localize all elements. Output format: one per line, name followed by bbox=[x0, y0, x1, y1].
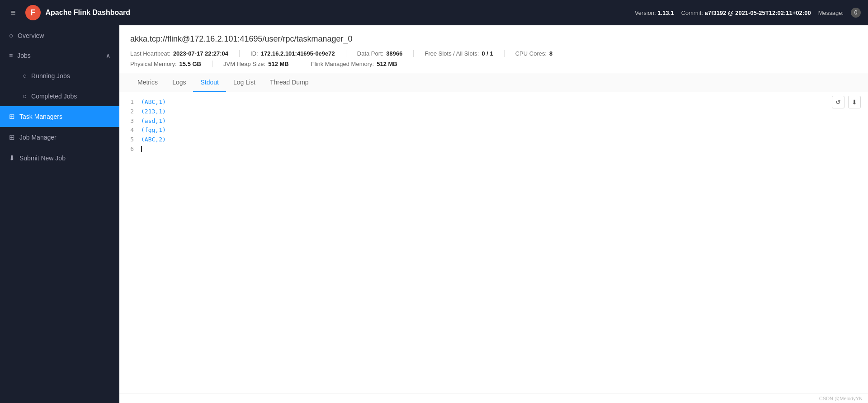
line-content: (fgg,1) bbox=[141, 126, 166, 135]
line-number: 6 bbox=[119, 145, 141, 154]
sidebar-item-label: Submit New Job bbox=[19, 155, 66, 162]
sidebar-sub-jobs: ○ Running Jobs ○ Completed Jobs bbox=[0, 66, 119, 106]
header-right: Version: 1.13.1 Commit: a7f3192 @ 2021-0… bbox=[635, 8, 861, 18]
text-cursor bbox=[141, 146, 142, 152]
task-managers-icon: ⊞ bbox=[9, 112, 15, 121]
flink-logo-icon: F bbox=[25, 5, 41, 21]
sidebar-item-label: Running Jobs bbox=[31, 72, 70, 80]
jobs-icon: ≡ bbox=[9, 52, 13, 59]
code-line: 2(213,1) bbox=[119, 107, 868, 117]
header-left: ≡ F Apache Flink Dashboard bbox=[7, 5, 130, 21]
free-slots-label: Free Slots / All Slots: bbox=[425, 50, 479, 57]
tab-metrics[interactable]: Metrics bbox=[130, 73, 165, 92]
physical-memory-label: Physical Memory: bbox=[130, 61, 177, 67]
data-port-value: 38966 bbox=[386, 50, 402, 57]
tab-thread-dump[interactable]: Thread Dump bbox=[263, 73, 316, 92]
sidebar-item-label: Job Manager bbox=[19, 134, 57, 141]
running-jobs-icon: ○ bbox=[23, 72, 27, 80]
flink-memory-info: Flink Managed Memory: 512 MB bbox=[311, 61, 408, 67]
line-number: 1 bbox=[119, 98, 141, 107]
code-line: 5(ABC,2) bbox=[119, 135, 868, 145]
footer-watermark: CSDN @MelodyYN bbox=[119, 394, 868, 403]
logo-area: F Apache Flink Dashboard bbox=[25, 5, 131, 21]
tab-logs[interactable]: Logs bbox=[165, 73, 193, 92]
code-area: 1(ABC,1)2(213,1)3(asd,1)4(fgg,1)5(ABC,2)… bbox=[119, 92, 868, 394]
line-number: 5 bbox=[119, 135, 141, 145]
jvm-heap-info: JVM Heap Size: 512 MB bbox=[223, 61, 300, 67]
completed-jobs-icon: ○ bbox=[23, 92, 27, 100]
submit-job-icon: ⬇ bbox=[9, 154, 15, 162]
jvm-heap-value: 512 MB bbox=[268, 61, 289, 67]
code-line: 3(asd,1) bbox=[119, 117, 868, 126]
code-line: 6 bbox=[119, 145, 868, 154]
line-number: 2 bbox=[119, 107, 141, 117]
stdout-toolbar: ↺ ⬇ bbox=[832, 96, 861, 108]
heartbeat-label: Last Heartbeat: bbox=[130, 50, 170, 57]
sidebar-item-completed-jobs[interactable]: ○ Completed Jobs bbox=[9, 86, 119, 106]
cpu-cores-value: 8 bbox=[549, 50, 552, 57]
heartbeat-info: Last Heartbeat: 2023-07-17 22:27:04 bbox=[130, 50, 240, 57]
content-area: akka.tcp://flink@172.16.2.101:41695/user… bbox=[119, 25, 868, 403]
sidebar-item-submit-new-job[interactable]: ⬇ Submit New Job bbox=[0, 148, 119, 169]
id-label: ID: bbox=[250, 50, 258, 57]
tab-log-list[interactable]: Log List bbox=[226, 73, 263, 92]
data-port-info: Data Port: 38966 bbox=[357, 50, 414, 57]
sidebar-section-jobs[interactable]: ≡ Jobs ∧ bbox=[0, 46, 119, 66]
sidebar-item-label: Completed Jobs bbox=[31, 93, 77, 100]
taskmanager-address: akka.tcp://flink@172.16.2.101:41695/user… bbox=[130, 34, 857, 44]
message-info: Message: bbox=[818, 9, 844, 16]
line-content: (ABC,2) bbox=[141, 135, 166, 145]
job-manager-icon: ⊞ bbox=[9, 133, 15, 141]
sidebar-item-overview[interactable]: ○ Overview bbox=[0, 25, 119, 46]
line-content: (asd,1) bbox=[141, 117, 166, 126]
stdout-area: ↺ ⬇ 1(ABC,1)2(213,1)3(asd,1)4(fgg,1)5(AB… bbox=[119, 92, 868, 394]
commit-info: Commit: a7f3192 @ 2021-05-25T12:02:11+02… bbox=[681, 9, 811, 16]
jobs-chevron-icon: ∧ bbox=[106, 52, 110, 59]
info-row-2: Physical Memory: 15.5 GB JVM Heap Size: … bbox=[130, 61, 857, 67]
physical-memory-info: Physical Memory: 15.5 GB bbox=[130, 61, 212, 67]
sidebar-item-label: Task Managers bbox=[19, 113, 62, 120]
cpu-cores-info: CPU Cores: 8 bbox=[515, 50, 564, 57]
page-header: akka.tcp://flink@172.16.2.101:41695/user… bbox=[119, 25, 868, 73]
info-row-1: Last Heartbeat: 2023-07-17 22:27:04 ID: … bbox=[130, 50, 857, 57]
hamburger-button[interactable]: ≡ bbox=[7, 6, 19, 19]
line-number: 3 bbox=[119, 117, 141, 126]
physical-memory-value: 15.5 GB bbox=[179, 61, 201, 67]
sidebar-item-job-manager[interactable]: ⊞ Job Manager bbox=[0, 127, 119, 148]
line-content: (213,1) bbox=[141, 107, 166, 117]
cpu-cores-label: CPU Cores: bbox=[515, 50, 547, 57]
svg-text:F: F bbox=[30, 8, 35, 17]
id-value: 172.16.2.101:41695-0e9e72 bbox=[261, 50, 335, 57]
main-layout: ○ Overview ≡ Jobs ∧ ○ Running Jobs ○ Com… bbox=[0, 25, 868, 403]
code-line: 1(ABC,1) bbox=[119, 98, 868, 107]
data-port-label: Data Port: bbox=[357, 50, 384, 57]
free-slots-info: Free Slots / All Slots: 0 / 1 bbox=[425, 50, 504, 57]
sidebar: ○ Overview ≡ Jobs ∧ ○ Running Jobs ○ Com… bbox=[0, 25, 119, 403]
version-info: Version: 1.13.1 bbox=[635, 9, 674, 16]
message-badge[interactable]: 0 bbox=[851, 8, 861, 18]
download-button[interactable]: ⬇ bbox=[848, 96, 861, 108]
free-slots-value: 0 / 1 bbox=[481, 50, 493, 57]
id-info: ID: 172.16.2.101:41695-0e9e72 bbox=[250, 50, 346, 57]
overview-icon: ○ bbox=[9, 32, 13, 39]
line-content: (ABC,1) bbox=[141, 98, 166, 107]
tabs-bar: Metrics Logs Stdout Log List Thread Dump bbox=[119, 73, 868, 92]
top-header: ≡ F Apache Flink Dashboard Version: 1.13… bbox=[0, 0, 868, 25]
flink-memory-label: Flink Managed Memory: bbox=[311, 61, 374, 67]
refresh-button[interactable]: ↺ bbox=[832, 96, 844, 108]
line-number: 4 bbox=[119, 126, 141, 135]
line-content bbox=[141, 145, 142, 154]
sidebar-jobs-label: Jobs bbox=[17, 52, 31, 59]
app-title: Apache Flink Dashboard bbox=[46, 9, 131, 17]
code-line: 4(fgg,1) bbox=[119, 126, 868, 135]
tab-stdout[interactable]: Stdout bbox=[193, 73, 226, 92]
sidebar-item-task-managers[interactable]: ⊞ Task Managers bbox=[0, 106, 119, 127]
sidebar-item-running-jobs[interactable]: ○ Running Jobs bbox=[9, 66, 119, 86]
flink-memory-value: 512 MB bbox=[377, 61, 397, 67]
jvm-heap-label: JVM Heap Size: bbox=[223, 61, 265, 67]
sidebar-item-label: Overview bbox=[18, 32, 44, 39]
heartbeat-value: 2023-07-17 22:27:04 bbox=[173, 50, 228, 57]
